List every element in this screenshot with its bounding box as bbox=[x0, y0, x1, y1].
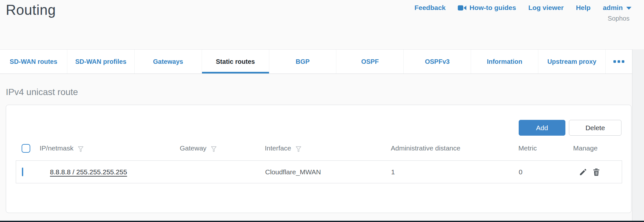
pencil-icon[interactable] bbox=[579, 168, 587, 176]
header-admin-distance: Administrative distance bbox=[391, 144, 518, 152]
delete-button[interactable]: Delete bbox=[569, 120, 621, 136]
caret-down-icon bbox=[626, 7, 631, 10]
tab-upstream-proxy[interactable]: Upstream proxy bbox=[538, 50, 606, 73]
routes-card: Add Delete IP/netmask Gateway Interface … bbox=[6, 105, 631, 213]
tab-label: Upstream proxy bbox=[547, 58, 596, 65]
tab-label: OSPFv3 bbox=[425, 58, 450, 65]
row-admin-distance-cell: 1 bbox=[391, 168, 519, 176]
header-label: Gateway bbox=[180, 144, 207, 152]
add-button[interactable]: Add bbox=[519, 120, 565, 136]
user-menu[interactable]: admin bbox=[603, 4, 631, 12]
header-manage: Manage bbox=[573, 144, 622, 152]
select-all-checkbox[interactable] bbox=[22, 144, 30, 153]
row-metric-cell: 0 bbox=[519, 168, 573, 176]
funnel-icon[interactable] bbox=[77, 144, 84, 152]
tab-label: OSPF bbox=[361, 58, 379, 65]
user-name: admin bbox=[603, 4, 623, 12]
tab-sd-wan-profiles[interactable]: SD-WAN profiles bbox=[67, 50, 135, 73]
tabs-overflow-button[interactable] bbox=[606, 50, 632, 73]
row-select-cell bbox=[16, 168, 40, 176]
tab-static-routes[interactable]: Static routes bbox=[202, 50, 269, 73]
tab-label: Gateways bbox=[153, 58, 183, 65]
header-ip-netmask: IP/netmask bbox=[40, 144, 180, 152]
tab-label: Static routes bbox=[216, 58, 255, 65]
header-metric: Metric bbox=[518, 144, 573, 152]
howto-guides-link[interactable]: How-to guides bbox=[458, 4, 516, 12]
page-title: Routing bbox=[6, 2, 56, 18]
tab-label: BGP bbox=[296, 58, 310, 65]
header-label: Interface bbox=[265, 144, 291, 152]
tab-gateways[interactable]: Gateways bbox=[135, 50, 202, 73]
trash-icon[interactable] bbox=[592, 168, 601, 176]
tab-label: Information bbox=[487, 58, 522, 65]
tab-sd-wan-routes[interactable]: SD-WAN routes bbox=[0, 50, 67, 73]
header-gateway: Gateway bbox=[180, 144, 265, 152]
log-viewer-link[interactable]: Log viewer bbox=[528, 4, 564, 12]
active-tab-indicator bbox=[202, 72, 269, 73]
ellipsis-icon bbox=[613, 60, 624, 63]
header-label: IP/netmask bbox=[40, 144, 73, 152]
tab-information[interactable]: Information bbox=[471, 50, 538, 73]
tab-ospf[interactable]: OSPF bbox=[336, 50, 404, 73]
feedback-link[interactable]: Feedback bbox=[414, 4, 446, 12]
table-header: IP/netmask Gateway Interface Administrat… bbox=[16, 140, 622, 156]
howto-guides-label: How-to guides bbox=[469, 4, 516, 12]
tab-label: SD-WAN routes bbox=[10, 58, 57, 65]
ip-netmask-link[interactable]: 8.8.8.8 / 255.255.255.255 bbox=[50, 168, 127, 176]
table-toolbar: Add Delete bbox=[519, 120, 621, 136]
row-checkbox[interactable] bbox=[22, 168, 23, 176]
tab-bgp[interactable]: BGP bbox=[269, 50, 337, 73]
header-label: Metric bbox=[518, 144, 537, 152]
log-viewer-label: Log viewer bbox=[528, 4, 564, 12]
org-label: Sophos bbox=[608, 15, 630, 22]
header-interface: Interface bbox=[265, 144, 391, 152]
top-nav: Feedback How-to guides Log viewer Help a… bbox=[414, 4, 631, 12]
tabbar: SD-WAN routes SD-WAN profiles Gateways S… bbox=[0, 49, 632, 74]
tab-ospfv3[interactable]: OSPFv3 bbox=[404, 50, 471, 73]
right-gutter bbox=[632, 49, 644, 222]
bottom-edge bbox=[0, 221, 644, 222]
header-select-cell bbox=[16, 144, 40, 153]
row-manage-cell bbox=[573, 168, 622, 176]
section-heading: IPv4 unicast route bbox=[6, 87, 78, 97]
funnel-icon[interactable] bbox=[295, 144, 302, 152]
video-camera-icon bbox=[458, 5, 466, 11]
help-label: Help bbox=[576, 4, 591, 12]
tab-label: SD-WAN profiles bbox=[75, 58, 126, 65]
row-ip-cell: 8.8.8.8 / 255.255.255.255 bbox=[40, 168, 180, 176]
feedback-label: Feedback bbox=[414, 4, 446, 12]
funnel-icon[interactable] bbox=[210, 144, 217, 152]
table-row: 8.8.8.8 / 255.255.255.255 Cloudflare_MWA… bbox=[16, 160, 622, 183]
row-interface-cell: Cloudflare_MWAN bbox=[265, 168, 391, 176]
header-label: Administrative distance bbox=[391, 144, 460, 152]
header-label: Manage bbox=[573, 144, 598, 152]
help-link[interactable]: Help bbox=[576, 4, 591, 12]
